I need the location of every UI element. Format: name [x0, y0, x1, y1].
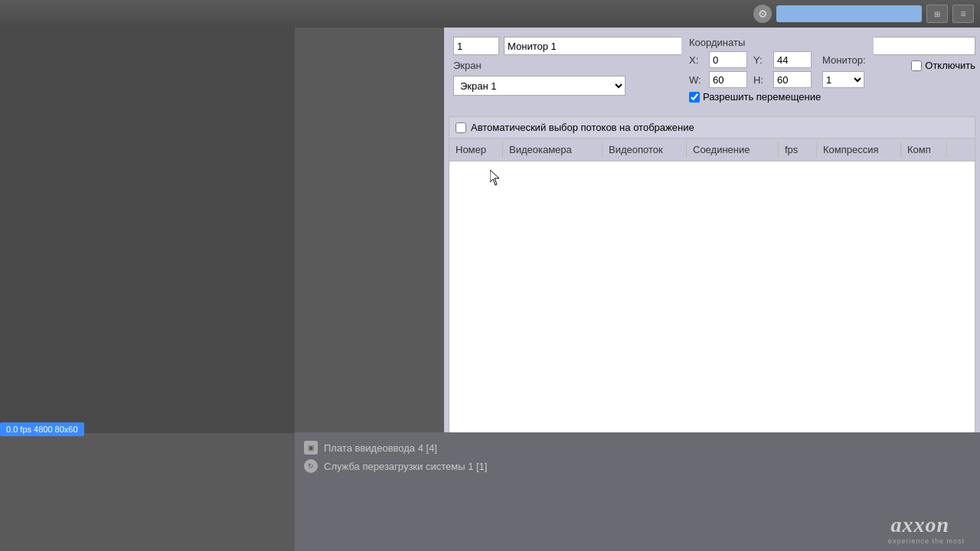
col-fps: fps — [779, 142, 817, 158]
allow-move-row: Разрешить перемещение — [689, 91, 866, 103]
menu-icon: ≡ — [960, 8, 965, 19]
device-item-1: ▣ Плата ввидеоввода 4 [4] — [304, 439, 971, 457]
x-input[interactable] — [709, 51, 747, 68]
axxon-logo: axxon — [890, 513, 949, 537]
disable-wrap: Отключить — [911, 60, 975, 71]
auto-select-label: Автоматический выбор потоков на отображе… — [471, 122, 694, 133]
screen-select[interactable]: Экран 1 Экран 2 Экран 3 — [453, 76, 626, 96]
axxon-subtext: experience the most — [888, 537, 965, 545]
screen-label: Экран — [453, 60, 482, 71]
xy-row: X: Y: Монитор: — [689, 51, 866, 68]
grid-view-button[interactable]: ⊞ — [926, 5, 948, 23]
w-label: W: — [689, 74, 703, 86]
device-item-2: ↻ Служба перезагрузки системы 1 [1] — [304, 457, 971, 475]
device-label-1: Плата ввидеоввода 4 [4] — [324, 442, 437, 454]
monitor-label: Монитор: — [822, 54, 866, 66]
y-label: Y: — [753, 54, 767, 66]
disable-checkbox[interactable] — [911, 60, 922, 71]
col-comp2: Комп — [901, 142, 947, 158]
h-input[interactable] — [773, 71, 812, 88]
col-stream: Видеопоток — [603, 142, 687, 158]
allow-move-checkbox[interactable] — [689, 92, 700, 103]
wh-row: W: H: 1 — [689, 71, 866, 88]
coordinates-box: Координаты X: Y: Монитор: W: H: 1 Разреш… — [681, 32, 874, 107]
bottom-right-panel: ▣ Плата ввидеоввода 4 [4] ↻ Служба перез… — [295, 432, 980, 551]
video-capture-icon: ▣ — [304, 441, 318, 455]
auto-select-row: Автоматический выбор потоков на отображе… — [449, 117, 975, 139]
auto-select-checkbox[interactable] — [456, 122, 466, 133]
h-label: H: — [753, 74, 767, 86]
col-connection: Соединение — [687, 142, 779, 158]
video-area — [0, 28, 295, 433]
col-compression: Компрессия — [817, 142, 901, 158]
service-icon: ↻ — [304, 459, 318, 473]
grid-icon: ⊞ — [934, 10, 940, 18]
disable-label: Отключить — [925, 60, 975, 71]
axxon-logo-container: axxon experience the most — [888, 537, 965, 545]
camera-table-area: Автоматический выбор потоков на отображе… — [449, 116, 975, 474]
monitor-number-select[interactable]: 1 — [822, 71, 864, 88]
y-input[interactable] — [773, 51, 812, 68]
allow-move-label: Разрешить перемещение — [703, 91, 821, 103]
table-header: Номер Видеокамера Видеопоток Соединение … — [449, 139, 975, 161]
x-label: X: — [689, 54, 703, 66]
fps-badge: 0.0 fps 4800 80x60 — [0, 422, 84, 436]
coordinates-title: Координаты — [689, 37, 866, 48]
col-number: Номер — [449, 142, 503, 158]
monitor-id-input[interactable]: 1 — [453, 37, 499, 55]
menu-button[interactable]: ≡ — [952, 5, 974, 23]
gear-icon[interactable]: ⚙ — [753, 5, 772, 23]
top-bar: ⚙ ⊞ ≡ — [0, 0, 980, 28]
table-body[interactable] — [449, 161, 975, 445]
search-input[interactable] — [776, 5, 922, 22]
col-camera: Видеокамера — [503, 142, 603, 158]
w-input[interactable] — [709, 71, 747, 88]
device-label-2: Служба перезагрузки системы 1 [1] — [324, 461, 487, 472]
